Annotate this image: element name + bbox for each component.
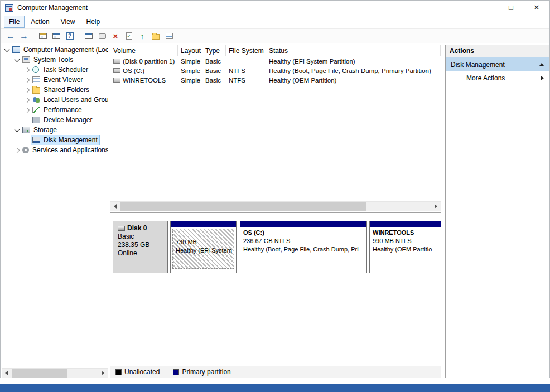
local-users-groups-icon bbox=[32, 96, 40, 103]
console-window-icon[interactable] bbox=[50, 30, 63, 42]
chevron-right-icon[interactable] bbox=[23, 76, 31, 84]
column-header-volume[interactable]: Volume bbox=[110, 45, 178, 56]
storage-icon bbox=[22, 127, 30, 133]
forward-icon[interactable]: → bbox=[17, 30, 31, 42]
shared-folders-icon bbox=[32, 87, 40, 94]
chevron-none bbox=[23, 116, 31, 124]
task-scheduler-icon bbox=[32, 66, 39, 73]
chevron-down-icon[interactable] bbox=[13, 126, 21, 134]
tree-item-event-viewer[interactable]: Event Viewer bbox=[2, 75, 108, 85]
table-row[interactable]: OS (C:) Simple Basic NTFS Healthy (Boot,… bbox=[110, 66, 441, 75]
desktop-strip bbox=[0, 384, 550, 392]
chevron-right-icon[interactable] bbox=[23, 106, 31, 114]
show-console-tree-icon[interactable] bbox=[36, 30, 50, 42]
scroll-left-icon[interactable] bbox=[2, 369, 11, 378]
system-tools-icon bbox=[22, 56, 30, 63]
computer-management-window: Computer Management – □ ✕ File Action Vi… bbox=[0, 0, 550, 378]
disk-size: 238.35 GB bbox=[118, 241, 167, 249]
tree-item-task-scheduler[interactable]: Task Scheduler bbox=[2, 65, 108, 75]
services-applications-icon bbox=[22, 147, 29, 153]
help-icon[interactable]: ? bbox=[63, 30, 76, 42]
view-list-icon[interactable] bbox=[162, 30, 176, 42]
volume-list-header: Volume Layout Type File System Status bbox=[110, 45, 441, 56]
up-arrow-icon[interactable]: ↑ bbox=[136, 30, 149, 42]
chevron-right-icon[interactable] bbox=[23, 86, 31, 94]
table-row[interactable]: WINRETOOLS Simple Basic NTFS Healthy (OE… bbox=[110, 75, 441, 85]
actions-panel: Actions Disk Management More Actions bbox=[445, 45, 549, 378]
menu-help[interactable]: Help bbox=[81, 16, 105, 28]
dialog-icon[interactable] bbox=[95, 30, 109, 42]
tree-item-system-tools[interactable]: System Tools bbox=[2, 55, 108, 65]
toolbar: ← → ? × ✓ ↑ bbox=[1, 28, 549, 43]
performance-icon bbox=[32, 107, 40, 113]
tree-item-device-manager[interactable]: Device Manager bbox=[2, 115, 108, 125]
disk-management-icon bbox=[32, 137, 40, 143]
column-header-file-system[interactable]: File System bbox=[226, 45, 266, 56]
properties-window-icon[interactable] bbox=[82, 30, 95, 42]
chevron-right-icon[interactable] bbox=[23, 66, 31, 74]
tree-item-disk-management[interactable]: Disk Management bbox=[2, 135, 108, 145]
properties-check-icon[interactable]: ✓ bbox=[122, 30, 136, 42]
scroll-right-icon[interactable] bbox=[98, 369, 108, 378]
menu-bar: File Action View Help bbox=[1, 15, 549, 28]
collapse-icon[interactable] bbox=[539, 63, 544, 66]
volume-icon bbox=[113, 78, 120, 83]
partition-color-bar bbox=[240, 221, 366, 227]
table-row[interactable]: (Disk 0 partition 1) Simple Basic Health… bbox=[110, 56, 441, 66]
chevron-right-icon[interactable] bbox=[23, 96, 31, 104]
volume-icon bbox=[113, 68, 120, 73]
column-header-status[interactable]: Status bbox=[266, 45, 441, 56]
partition-color-bar bbox=[171, 221, 236, 227]
title-bar: Computer Management – □ ✕ bbox=[1, 1, 549, 15]
scroll-right-icon[interactable] bbox=[431, 202, 441, 211]
tree-item-local-users-and-groups[interactable]: Local Users and Groups bbox=[2, 95, 108, 105]
disk-icon bbox=[118, 226, 125, 231]
partition-winretools[interactable]: WINRETOOLS 990 MB NTFS Healthy (OEM Part… bbox=[369, 221, 441, 273]
tree-horizontal-scrollbar[interactable] bbox=[2, 368, 108, 378]
action-more-actions[interactable]: More Actions bbox=[446, 71, 549, 85]
disk-status: Online bbox=[118, 249, 167, 258]
menu-action[interactable]: Action bbox=[26, 16, 54, 28]
open-folder-icon[interactable] bbox=[149, 30, 162, 42]
column-header-layout[interactable]: Layout bbox=[178, 45, 202, 56]
action-disk-management[interactable]: Disk Management bbox=[446, 57, 549, 71]
delete-icon[interactable]: × bbox=[109, 30, 122, 42]
column-header-type[interactable]: Type bbox=[202, 45, 226, 56]
app-icon bbox=[5, 4, 13, 12]
computer-icon bbox=[12, 46, 20, 53]
scrollbar-thumb[interactable] bbox=[12, 369, 67, 378]
chevron-down-icon[interactable] bbox=[13, 56, 21, 64]
volume-icon bbox=[113, 59, 120, 64]
disk0-box[interactable]: Disk 0 Basic 238.35 GB Online bbox=[113, 221, 168, 273]
unallocated-swatch bbox=[115, 369, 122, 375]
minimize-button[interactable]: – bbox=[472, 1, 498, 15]
legend-unallocated: Unallocated bbox=[115, 368, 160, 376]
maximize-button[interactable]: □ bbox=[498, 1, 524, 15]
back-icon[interactable]: ← bbox=[4, 30, 17, 42]
tree-item-storage[interactable]: Storage bbox=[2, 125, 108, 135]
chevron-right-icon[interactable] bbox=[13, 146, 21, 154]
console-tree: Computer Management (Local System Tools … bbox=[2, 45, 108, 378]
legend: Unallocated Primary partition bbox=[110, 366, 441, 378]
menu-file[interactable]: File bbox=[4, 16, 25, 28]
tree-item-shared-folders[interactable]: Shared Folders bbox=[2, 85, 108, 95]
scroll-left-icon[interactable] bbox=[110, 202, 120, 211]
volume-list-horizontal-scrollbar[interactable] bbox=[110, 201, 441, 211]
close-button[interactable]: ✕ bbox=[524, 1, 549, 15]
tree-item-computer-management[interactable]: Computer Management (Local bbox=[2, 45, 108, 55]
device-manager-icon bbox=[32, 117, 40, 123]
partition-efi[interactable]: 730 MB Healthy (EFI System bbox=[170, 221, 237, 273]
chevron-down-icon[interactable] bbox=[3, 46, 11, 54]
primary-partition-swatch bbox=[173, 369, 179, 375]
partition-os-c[interactable]: OS (C:) 236.67 GB NTFS Healthy (Boot, Pa… bbox=[240, 221, 367, 273]
chevron-none bbox=[23, 136, 31, 144]
disk-graphical-pane: Disk 0 Basic 238.35 GB Online 730 MB Hea… bbox=[110, 212, 441, 378]
menu-view[interactable]: View bbox=[56, 16, 80, 28]
partition-color-bar bbox=[370, 221, 441, 227]
expand-right-icon[interactable] bbox=[541, 76, 544, 80]
volume-list-pane: Volume Layout Type File System Status (D… bbox=[110, 45, 441, 211]
tree-item-services-and-applications[interactable]: Services and Applications bbox=[2, 145, 108, 155]
scrollbar-thumb[interactable] bbox=[120, 202, 366, 211]
tree-item-performance[interactable]: Performance bbox=[2, 105, 108, 115]
window-title: Computer Management bbox=[17, 4, 88, 12]
